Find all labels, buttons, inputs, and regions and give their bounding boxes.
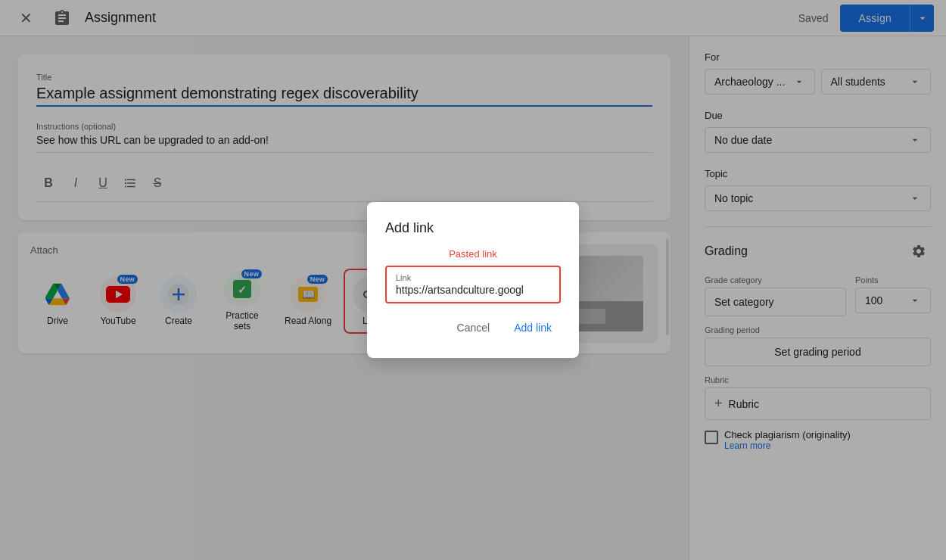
pasted-link-label: Pasted link <box>385 248 561 260</box>
add-link-button[interactable]: Add link <box>505 316 561 340</box>
link-field-label: Link <box>396 273 550 282</box>
modal-overlay: Add link Pasted link Link https://artsan… <box>0 0 946 560</box>
cancel-button[interactable]: Cancel <box>448 316 499 340</box>
modal-title: Add link <box>385 220 561 236</box>
add-link-modal: Add link Pasted link Link https://artsan… <box>367 202 579 358</box>
link-field-value[interactable]: https://artsandculture.googl <box>396 284 550 296</box>
modal-actions: Cancel Add link <box>385 316 561 340</box>
link-input-group: Link https://artsandculture.googl <box>385 266 561 303</box>
